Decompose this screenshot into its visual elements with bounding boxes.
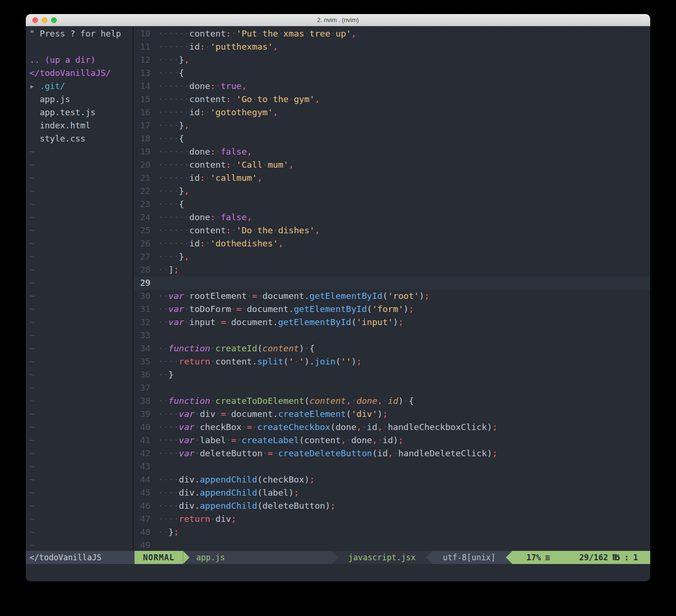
space-dot: · (173, 422, 179, 432)
space-dot: · (289, 94, 294, 104)
code-line-47[interactable]: 47····return·div; (134, 512, 650, 526)
line-number: 33 (134, 329, 158, 342)
line-number: 32 (134, 316, 158, 329)
code-line-44[interactable]: 44····div.appendChild(checkBox); (134, 473, 650, 486)
code-line-42[interactable]: 42····var·deleteButton·=·createDeleteBut… (134, 447, 650, 460)
space-dot: · (268, 94, 273, 104)
space-dot: · (158, 409, 163, 419)
code-text: ······done:·false, (158, 211, 252, 224)
code-line-33[interactable]: 33 (134, 329, 650, 342)
code-line-12[interactable]: 12····}, (134, 53, 650, 67)
code-line-30[interactable]: 30··var·rootElement·=·document.getElemen… (134, 289, 650, 303)
space-dot: · (168, 252, 173, 261)
code-line-29[interactable]: 29 (134, 276, 650, 289)
space-dot: · (158, 173, 163, 183)
tree-item-app-test-js[interactable]: app.test.js (30, 106, 133, 119)
space-dot: · (173, 488, 179, 497)
close-button[interactable] (32, 17, 38, 23)
space-dot: · (195, 422, 200, 432)
space-dot: · (168, 29, 173, 38)
code-line-37[interactable]: 37 (134, 381, 650, 394)
tree-item-git-dir[interactable]: ▸ .git/ (30, 80, 133, 93)
line-number: 23 (134, 198, 158, 211)
space-dot: · (173, 29, 179, 38)
code-line-24[interactable]: 24······done:·false, (134, 211, 650, 224)
code-line-26[interactable]: 26······id:·'dothedishes', (134, 237, 650, 250)
empty-buffer-tilde: ~ (30, 526, 133, 539)
code-line-28[interactable]: 28··]; (134, 263, 650, 276)
space-dot: · (158, 370, 163, 379)
space-dot: · (216, 147, 221, 156)
code-line-36[interactable]: 36··} (134, 368, 650, 381)
space-dot: · (163, 42, 168, 52)
code-line-32[interactable]: 32··var·input·=·document.getElementById(… (134, 316, 650, 329)
code-line-38[interactable]: 38··function·createToDoElement(content,·… (134, 394, 650, 408)
space-dot: · (346, 435, 351, 445)
code-line-23[interactable]: 23····{ (134, 198, 650, 211)
netrw-up-dir[interactable]: .. (up a dir) (30, 53, 133, 67)
code-line-35[interactable]: 35····return·content.split('·').join('')… (134, 355, 650, 368)
code-line-27[interactable]: 27····}, (134, 250, 650, 263)
code-line-16[interactable]: 16······id:·'gotothegym', (134, 106, 650, 119)
space-dot: · (168, 212, 173, 222)
window-titlebar[interactable]: 2. nvim . (nvim) (26, 14, 650, 26)
minimize-button[interactable] (42, 17, 47, 23)
space-dot: · (158, 435, 163, 445)
code-text: ······content:·'Go·to·the·gym', (158, 93, 320, 106)
space-dot: · (179, 81, 184, 91)
code-line-10[interactable]: 10······content:·'Put·the·xmas·tree·up', (134, 27, 650, 40)
code-line-19[interactable]: 19······done:·false, (134, 145, 650, 158)
code-text: ··function·createId(content)·{ (158, 342, 315, 355)
line-number: 20 (134, 158, 158, 171)
code-text: ······id:·'putthexmas', (158, 40, 278, 53)
code-line-18[interactable]: 18····{ (134, 132, 650, 145)
netrw-file-explorer[interactable]: " Press ? for help .. (up a dir)</todoVa… (26, 26, 134, 551)
code-line-25[interactable]: 25······content:·'Do·the·dishes', (134, 224, 650, 237)
tree-item-index-html[interactable]: index.html (30, 119, 133, 132)
code-line-48[interactable]: 48··}; (134, 526, 650, 539)
line-number: 46 (134, 499, 158, 512)
line-number: 21 (134, 171, 158, 185)
line-number: 45 (134, 486, 158, 499)
powerline-separator-icon (331, 551, 338, 564)
editor-pane[interactable]: 10······content:·'Put·the·xmas·tree·up',… (134, 26, 650, 551)
code-line-41[interactable]: 41····var·label·=·createLabel(content,·d… (134, 434, 650, 447)
code-text: ····{ (158, 198, 184, 211)
space-dot: · (173, 252, 179, 261)
tree-item-app-js[interactable]: app.js (30, 93, 133, 106)
command-line[interactable] (26, 564, 650, 581)
code-line-40[interactable]: 40····var·checkBox·=·createCheckbox(done… (134, 421, 650, 434)
code-line-13[interactable]: 13····{ (134, 67, 650, 80)
code-line-31[interactable]: 31··var·toDoForm·=·document.getElementBy… (134, 303, 650, 316)
code-line-14[interactable]: 14······done:·true, (134, 80, 650, 93)
line-number: 49 (134, 539, 158, 551)
tree-item-style-css[interactable]: style.css (30, 132, 133, 145)
code-line-49[interactable]: 49 (134, 539, 650, 551)
space-dot: · (216, 81, 221, 91)
code-text: ····var·div·=·document.createElement('di… (158, 408, 388, 421)
code-line-11[interactable]: 11······id:·'putthexmas', (134, 40, 650, 53)
code-line-46[interactable]: 46····div.appendChild(deleteButton); (134, 499, 650, 512)
space-dot: · (205, 42, 210, 52)
code-line-34[interactable]: 34··function·createId(content)·{ (134, 342, 650, 355)
space-dot: · (216, 409, 221, 419)
zoom-button[interactable] (51, 17, 57, 23)
code-line-43[interactable]: 43 (134, 460, 650, 473)
netrw-root-path[interactable]: </todoVanillaJS/ (30, 67, 133, 80)
space-dot: · (195, 435, 200, 445)
space-dot: · (163, 107, 168, 117)
code-line-20[interactable]: 20······content:·'Call·mum', (134, 158, 650, 171)
code-line-21[interactable]: 21······id:·'callmum', (134, 171, 650, 185)
code-line-22[interactable]: 22····}, (134, 185, 650, 198)
space-dot: · (158, 120, 163, 130)
space-dot: · (205, 173, 210, 183)
space-dot: · (163, 94, 168, 104)
filetype-label: javascript.jsx (348, 551, 415, 564)
space-dot: · (158, 147, 163, 156)
code-line-45[interactable]: 45····div.appendChild(label); (134, 486, 650, 499)
code-line-15[interactable]: 15······content:·'Go·to·the·gym', (134, 93, 650, 106)
code-line-17[interactable]: 17····}, (134, 119, 650, 132)
code-line-39[interactable]: 39····var·div·=·document.createElement('… (134, 408, 650, 421)
space-dot: · (330, 29, 336, 38)
space-dot: · (168, 238, 173, 248)
